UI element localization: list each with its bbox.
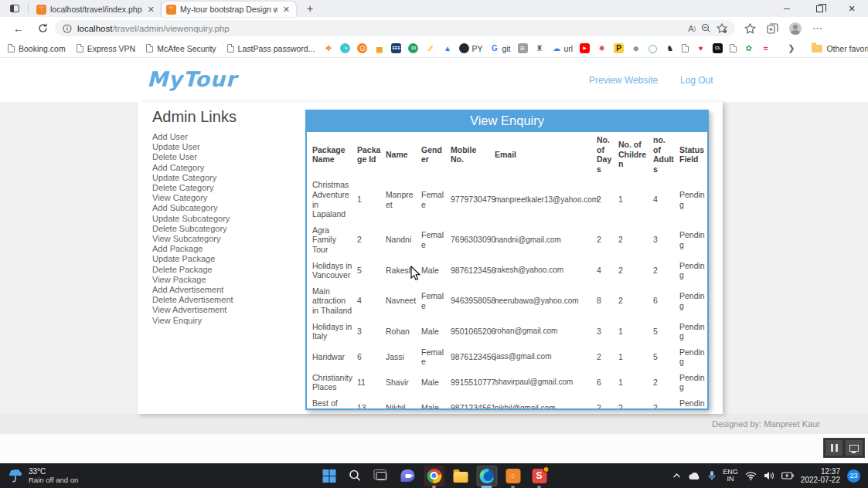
sidebar-item-add-advertisement[interactable]: Add Advertisement (152, 285, 295, 295)
bookmark-item[interactable]: EEE (391, 43, 401, 53)
collections-icon[interactable] (767, 23, 778, 34)
bookmark-item[interactable]: ≈ (761, 43, 771, 53)
sidebar-item-delete-user[interactable]: Delete User (152, 152, 295, 162)
bookmark-item[interactable]: ◯ (648, 43, 658, 53)
search-icon[interactable] (345, 466, 366, 486)
sidebar-item-add-category[interactable]: Add Category (152, 163, 295, 173)
task-view-icon[interactable] (371, 466, 392, 486)
sidebar-item-update-subcategory[interactable]: Update Subcategory (152, 214, 295, 224)
bookmark-item[interactable]: ♞ (665, 43, 675, 53)
sidebar-item-update-package[interactable]: Update Package (152, 254, 295, 264)
sidebar-item-delete-category[interactable]: Delete Category (152, 183, 295, 193)
sublime-icon[interactable]: S (529, 466, 550, 486)
sidebar-item-delete-package[interactable]: Delete Package (152, 265, 295, 275)
sidebar-item-view-package[interactable]: View Package (152, 275, 295, 285)
bookmark-item[interactable]: Express VPN (77, 44, 135, 53)
sidebar-item-update-category[interactable]: Update Category (152, 173, 295, 183)
tray-chevron-icon[interactable] (672, 473, 681, 479)
bookmark-item[interactable]: LastPass password... (227, 44, 315, 53)
bookmark-item[interactable]: ♥ (696, 43, 706, 53)
minimize-button[interactable]: ─ (771, 0, 803, 17)
bookmark-item[interactable]: ≡ (518, 43, 528, 53)
settings-menu-icon[interactable]: ⋯ (812, 22, 822, 34)
battery-icon[interactable] (781, 472, 794, 480)
bookmark-item[interactable]: ▲ (442, 43, 452, 53)
pause-recording-button[interactable] (825, 440, 842, 456)
browser-tab[interactable]: My-tour bootstrap Design websi✕ (162, 2, 296, 17)
sidebar-item-delete-advertisement[interactable]: Delete Advertisement (152, 295, 295, 305)
sidebar-item-add-package[interactable]: Add Package (152, 244, 295, 254)
onedrive-icon[interactable] (688, 472, 701, 480)
bookmark-item[interactable]: Ggit (489, 43, 510, 53)
file-explorer-icon[interactable] (450, 466, 471, 486)
language-indicator[interactable]: ENG IN (723, 469, 738, 483)
bookmark-item[interactable]: 10 (408, 43, 418, 53)
microphone-icon[interactable] (708, 470, 716, 481)
sidebar-item-delete-subcategory[interactable]: Delete Subcategory (152, 224, 295, 234)
weather-desc: Rain off and on (29, 476, 78, 484)
sidebar-item-view-enquiry[interactable]: View Enquiry (152, 316, 295, 326)
bookmark-item[interactable]: ∕∕ (425, 43, 435, 53)
browser-tab[interactable]: localhost/travel/index.php#secti✕ (32, 2, 162, 17)
favorites-star-icon[interactable] (717, 23, 727, 33)
start-icon[interactable] (318, 466, 339, 486)
close-button[interactable]: ✕ (836, 0, 868, 17)
column-header: Status Field (677, 132, 707, 177)
address-input[interactable]: localhost/travel/admin/viewenquiry.php A… (55, 20, 735, 36)
screen-capture-button[interactable] (846, 440, 863, 456)
preview-website-link[interactable]: Preview Website (589, 75, 658, 86)
tab-close-icon[interactable]: ✕ (281, 5, 291, 15)
site-info-icon[interactable] (63, 24, 72, 33)
bookmark-item[interactable]: ⊙ (357, 43, 367, 53)
bookmarks-overflow-icon[interactable]: ❯ (788, 43, 795, 53)
bookmark-item[interactable]: ✹ (597, 43, 607, 53)
sidebar-item-view-advertisement[interactable]: View Advertisement (152, 305, 295, 315)
restore-button[interactable] (803, 0, 836, 17)
notification-count-badge[interactable]: 23 (847, 469, 860, 483)
wifi-icon[interactable] (745, 472, 757, 480)
table-cell: Haridwar (307, 344, 355, 370)
sidebar-item-add-user[interactable]: Add User (152, 132, 295, 142)
bookmark-item[interactable]: PY (459, 43, 482, 53)
bookmark-label: PY (471, 44, 482, 53)
other-favorites[interactable]: Other favorites (812, 44, 868, 53)
read-aloud-icon[interactable]: A) (688, 24, 696, 33)
back-icon[interactable]: ← (6, 22, 31, 35)
sidebar-item-update-user[interactable]: Update User (152, 142, 295, 152)
logout-link[interactable]: Log Out (680, 75, 713, 86)
sidebar-item-view-category[interactable]: View Category (152, 193, 295, 203)
sidebar-item-view-subcategory[interactable]: View Subcategory (152, 234, 295, 244)
bookmark-item[interactable] (730, 44, 737, 53)
edge-icon[interactable] (476, 466, 497, 486)
chrome-icon[interactable] (424, 466, 444, 486)
site-logo[interactable]: MyTour (147, 67, 237, 91)
favorites-bar-icon[interactable] (744, 23, 756, 34)
bookmark-item[interactable]: ▅ (374, 43, 384, 53)
profile-avatar[interactable] (789, 22, 802, 35)
new-tab-button[interactable]: + (302, 2, 318, 15)
refresh-icon[interactable] (31, 23, 55, 33)
clock[interactable]: 12:37 2022-07-22 (801, 467, 840, 484)
bookmark-item[interactable]: McAfee Security (146, 44, 216, 53)
bookmark-item[interactable]: P (614, 43, 624, 53)
bookmark-item[interactable]: ☻ (631, 43, 641, 53)
xampp-favicon (36, 5, 46, 15)
bookmark-item[interactable] (682, 44, 689, 53)
sidebar-item-add-subcategory[interactable]: Add Subcategory (152, 203, 295, 213)
table-cell: 5 (355, 258, 383, 283)
zoom-icon[interactable] (701, 23, 711, 33)
bookmark-item[interactable]: ☁url (552, 43, 574, 53)
bookmark-item[interactable]: Booking.com (8, 44, 66, 53)
bookmark-item[interactable]: CL (713, 43, 723, 53)
bookmark-item[interactable]: ❖ (323, 43, 333, 53)
bookmark-item[interactable]: ▶ (580, 43, 590, 53)
xampp-icon[interactable]: ⁘ (502, 466, 523, 486)
bookmark-item[interactable]: ✿ (744, 43, 754, 53)
chat-icon[interactable] (397, 466, 418, 486)
tab-close-icon[interactable]: ✕ (146, 5, 156, 15)
bookmark-item[interactable]: ♜ (535, 43, 545, 53)
vertical-tabs-button[interactable] (5, 2, 25, 15)
weather-widget[interactable]: 33°C Rain off and on (0, 467, 78, 484)
volume-icon[interactable] (764, 471, 774, 480)
bookmark-item[interactable]: ◔ (340, 43, 350, 53)
